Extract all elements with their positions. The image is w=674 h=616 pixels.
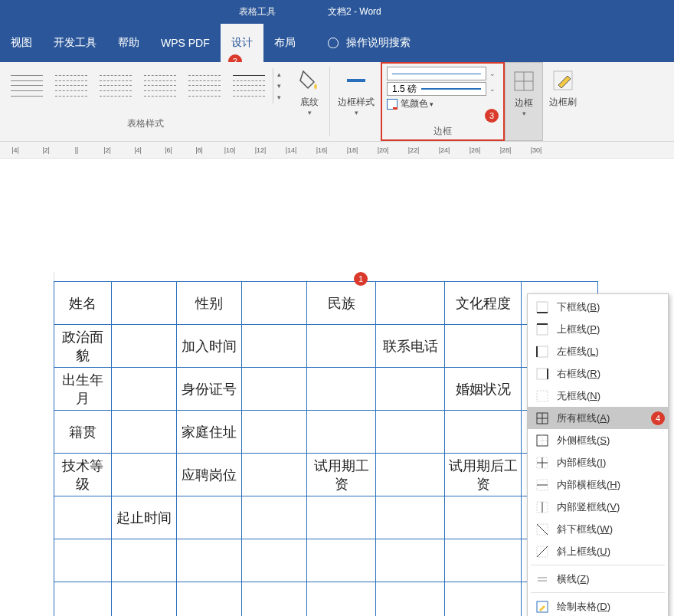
- svg-rect-7: [537, 324, 548, 335]
- svg-line-30: [537, 546, 548, 557]
- menu-inside-borders[interactable]: 内部框线(I): [528, 451, 668, 473]
- all-borders-icon: [535, 411, 549, 425]
- ribbon-tabs: 视图 开发工具 帮助 WPS PDF 设计 2 布局 操作说明搜索: [0, 24, 674, 62]
- menu-outside-borders[interactable]: 外侧框线(S): [528, 429, 668, 451]
- tell-me-search[interactable]: 操作说明搜索: [328, 36, 411, 50]
- tab-help[interactable]: 帮助: [107, 24, 150, 62]
- borders-dropdown-menu: 下框线(B) 上框线(P) 左框线(L) 右框线(R) 无框线(N) 所有框线(…: [527, 293, 669, 616]
- horizontal-ruler[interactable]: |4||2||||2||4||6||8||10||12||14||16||18|…: [0, 142, 674, 159]
- title-bar: 表格工具 文档2 - Word: [0, 0, 674, 24]
- annotation-badge-3: 3: [485, 109, 499, 123]
- table-row: 籍贯 家庭住址: [54, 411, 598, 454]
- tab-layout[interactable]: 布局: [263, 24, 306, 62]
- line-weight-select[interactable]: 1.5 磅: [387, 82, 486, 96]
- no-border-icon: [535, 389, 549, 403]
- ribbon: ▴▾▾ 表格样式 底纹 边框样式 ⌄ 1.5 磅 ⌄ 笔颜色▾: [0, 62, 674, 142]
- table-row: 起止时间: [54, 496, 598, 539]
- menu-diag-up-border[interactable]: 斜上框线(U): [528, 540, 668, 562]
- menu-all-borders[interactable]: 所有框线(A) 4: [528, 407, 668, 429]
- cell-join-date-label[interactable]: 加入时间: [177, 325, 242, 368]
- borders-icon: [512, 69, 536, 93]
- cell-marriage-label[interactable]: 婚姻状况: [445, 368, 522, 411]
- menu-draw-table[interactable]: 绘制表格(D): [528, 595, 668, 616]
- table-row: 技术等级 应聘岗位 试用期工资 试用期后工资: [54, 454, 598, 496]
- border-style-button[interactable]: 边框样式: [332, 62, 381, 141]
- tab-wps-pdf[interactable]: WPS PDF: [150, 24, 221, 62]
- cell-gender-label[interactable]: 性别: [177, 282, 242, 325]
- svg-rect-5: [537, 302, 548, 313]
- border-painter-button[interactable]: 边框刷: [543, 62, 583, 141]
- tab-dev-tools[interactable]: 开发工具: [43, 24, 107, 62]
- cell-ethnicity-label[interactable]: 民族: [307, 282, 376, 325]
- draw-table-icon: [535, 600, 549, 614]
- annotation-badge-4: 4: [651, 411, 665, 425]
- cell-tech-level-label[interactable]: 技术等级: [54, 454, 112, 496]
- table-row: [54, 582, 598, 617]
- line-style-dropdown-arrow[interactable]: ⌄: [486, 70, 499, 77]
- inside-v-border-icon: [535, 500, 549, 514]
- cell-origin-label[interactable]: 籍贯: [54, 411, 112, 454]
- border-painter-label: 边框刷: [549, 96, 577, 109]
- diag-up-icon: [535, 545, 549, 559]
- document-area: 1 姓名 性别 民族 文化程度 政治面貌 加入时间 联系电话 出生年月 身份证号…: [0, 159, 674, 616]
- tab-design[interactable]: 设计 2: [221, 24, 263, 62]
- menu-horizontal-line[interactable]: 横线(Z): [528, 568, 668, 590]
- table-style-thumb[interactable]: [51, 68, 92, 103]
- svg-rect-0: [347, 79, 365, 82]
- svg-rect-11: [537, 369, 548, 379]
- table-row: [54, 539, 598, 582]
- cell-id-label[interactable]: 身份证号: [177, 368, 242, 411]
- top-border-icon: [535, 323, 549, 336]
- border-style-label: 边框样式: [338, 96, 375, 109]
- borders-button[interactable]: 边框: [505, 62, 543, 141]
- menu-inside-horizontal-border[interactable]: 内部横框线(H): [528, 473, 668, 496]
- group-label-borders: 边框: [382, 125, 503, 138]
- cell-address-label[interactable]: 家庭住址: [177, 411, 242, 454]
- cell-period-label[interactable]: 起止时间: [112, 496, 177, 539]
- cell-education-label[interactable]: 文化程度: [445, 282, 522, 325]
- table-row: 政治面貌 加入时间 联系电话: [54, 325, 598, 368]
- menu-inside-vertical-border[interactable]: 内部竖框线(V): [528, 496, 668, 518]
- svg-rect-9: [537, 346, 548, 357]
- table-style-thumb[interactable]: [95, 68, 136, 103]
- table-row: 出生年月 身份证号 婚姻状况: [54, 368, 598, 411]
- bottom-border-icon: [535, 300, 549, 314]
- border-style-icon: [344, 68, 368, 93]
- cell-political-label[interactable]: 政治面貌: [54, 325, 112, 368]
- menu-diag-down-border[interactable]: 斜下框线(W): [528, 518, 668, 540]
- cell-name-label[interactable]: 姓名: [54, 282, 112, 325]
- table-styles-more[interactable]: ▴▾▾: [273, 68, 285, 103]
- menu-top-border[interactable]: 上框线(P): [528, 318, 668, 340]
- tab-view[interactable]: 视图: [0, 24, 43, 62]
- group-label-table-styles: 表格样式: [3, 105, 288, 130]
- document-page[interactable]: 姓名 性别 民族 文化程度 政治面貌 加入时间 联系电话 出生年月 身份证号 婚…: [54, 281, 598, 616]
- menu-no-border[interactable]: 无框线(N): [528, 385, 668, 407]
- right-border-icon: [535, 367, 549, 381]
- cell-trial-salary-label[interactable]: 试用期工资: [307, 454, 376, 496]
- tell-me-label: 操作说明搜索: [346, 36, 411, 50]
- menu-right-border[interactable]: 右框线(R): [528, 362, 668, 385]
- line-weight-value: 1.5 磅: [392, 83, 417, 96]
- cell-contact-label[interactable]: 联系电话: [376, 325, 445, 368]
- svg-line-28: [537, 524, 548, 535]
- table-style-thumb[interactable]: [139, 68, 181, 103]
- pen-color-button[interactable]: 笔颜色▾: [387, 97, 499, 110]
- cell-position-label[interactable]: 应聘岗位: [177, 454, 242, 496]
- shading-button[interactable]: 底纹: [291, 62, 328, 141]
- cell-post-trial-salary-label[interactable]: 试用期后工资: [445, 454, 522, 496]
- menu-left-border[interactable]: 左框线(L): [528, 340, 668, 362]
- menu-bottom-border[interactable]: 下框线(B): [528, 296, 668, 318]
- inside-border-icon: [535, 456, 549, 470]
- cell-birth-label[interactable]: 出生年月: [54, 368, 112, 411]
- tab-design-label: 设计: [231, 36, 253, 50]
- diag-down-icon: [535, 523, 549, 536]
- form-table[interactable]: 姓名 性别 民族 文化程度 政治面貌 加入时间 联系电话 出生年月 身份证号 婚…: [54, 281, 598, 616]
- line-weight-dropdown-arrow[interactable]: ⌄: [486, 85, 499, 93]
- left-border-icon: [535, 345, 549, 359]
- shading-icon: [297, 68, 322, 93]
- annotation-badge-1: 1: [354, 272, 368, 286]
- table-style-thumb[interactable]: [184, 68, 225, 103]
- line-style-select[interactable]: [387, 67, 486, 80]
- table-style-thumb[interactable]: [6, 68, 47, 103]
- table-style-thumb[interactable]: [228, 68, 270, 103]
